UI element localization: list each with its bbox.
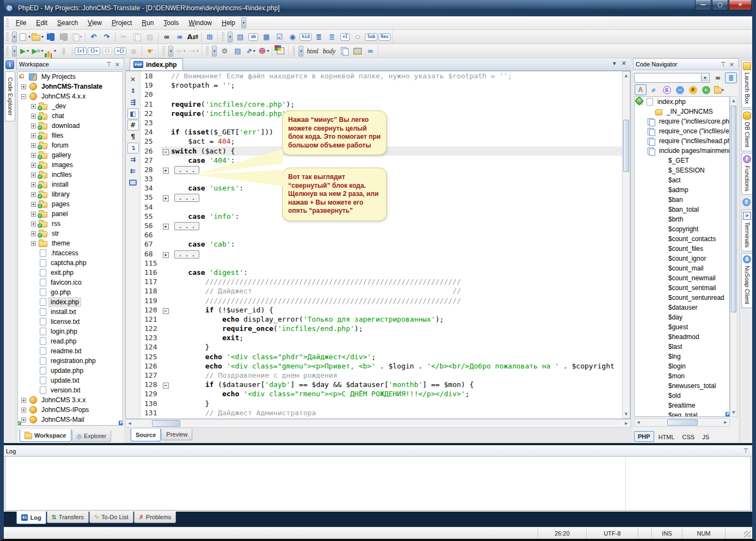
tree-item[interactable]: $count_ignor <box>635 254 729 263</box>
pause-button[interactable]: ‖ <box>58 45 70 57</box>
tree-item[interactable]: $login <box>635 361 729 371</box>
dock-tab-launch-box[interactable]: Launch Box <box>741 60 752 108</box>
tree-item[interactable]: +rss <box>18 219 123 229</box>
find-in-files-button[interactable]: ∞ <box>174 31 186 43</box>
tree-item[interactable]: update.php <box>18 366 123 376</box>
link-with-editor-icon[interactable]: ∞ <box>648 84 660 95</box>
tree-item[interactable]: +incfiles <box>18 170 123 180</box>
code-line[interactable]: 120− if (!$user_id) { <box>141 305 622 315</box>
tab-close-icon[interactable]: ✕ <box>621 60 626 66</box>
insert-image-button[interactable] <box>351 45 363 57</box>
help-icon[interactable]: ? <box>742 198 751 206</box>
step-over-button[interactable]: {}+ <box>88 45 100 57</box>
tree-item[interactable]: $ban_total <box>635 205 729 214</box>
tree-item[interactable]: $count_files <box>635 244 729 254</box>
collapsed-block[interactable]: . . . <box>174 250 199 259</box>
code-line[interactable]: 130 } <box>141 399 622 408</box>
scroll-right-icon[interactable]: ▶ <box>722 419 729 426</box>
tab-workspace[interactable]: Workspace <box>20 429 71 442</box>
expander-icon[interactable]: − <box>21 94 26 99</box>
menu-overflow-chevron[interactable]: ▾ <box>241 17 246 28</box>
code-explorer-tab[interactable]: Code Explorer <box>5 71 15 121</box>
line-numbers-icon[interactable]: # <box>127 120 139 131</box>
stop-button[interactable]: ● <box>127 45 139 57</box>
scroll-thumb[interactable] <box>152 420 180 427</box>
copy-special-button[interactable]: ▾ <box>71 31 83 43</box>
editor-vscrollbar[interactable]: ▲ ▼ <box>622 71 630 419</box>
tree-item[interactable]: +library <box>18 189 123 199</box>
tree-item[interactable]: +forum <box>18 140 123 150</box>
clipboard-button[interactable] <box>338 45 350 57</box>
tree-item[interactable]: +download <box>18 121 123 131</box>
code-line[interactable]: 128− if ($datauser['dayb'] == $day && $d… <box>141 380 622 389</box>
code-line[interactable]: 56+. . . <box>141 221 622 230</box>
navigator-hscrollbar[interactable]: ◀ ▶ <box>634 418 730 427</box>
pin-icon[interactable]: ⊤ <box>741 448 750 454</box>
goto-declaration-icon[interactable]: ▾ <box>713 84 725 95</box>
code-line[interactable]: 129 echo '<div class="rmenu"><p>С ДНЁМ Р… <box>141 389 622 398</box>
bookmark-margin-icon[interactable]: ◧ <box>127 108 139 119</box>
tree-item[interactable]: $admp <box>635 185 729 195</box>
code-line[interactable]: 131 // Дайджест Администратора <box>141 408 622 417</box>
navigator-vscrollbar[interactable]: ▲ ▼ <box>730 96 737 417</box>
tree-item[interactable]: $datauser <box>635 303 729 312</box>
code-line[interactable]: 66 <box>141 230 622 239</box>
step-in-button[interactable]: {+} <box>75 45 87 57</box>
fold-marker-icon[interactable]: + <box>163 168 169 174</box>
breakpoint-hand-button[interactable]: ☛ <box>144 45 156 57</box>
tree-item[interactable]: index.php <box>18 297 123 307</box>
save-all-button[interactable] <box>58 31 70 43</box>
doc-properties-button[interactable]: ▤ <box>231 45 243 57</box>
code-line[interactable]: 121 echo display_error('Только для зарег… <box>141 315 622 324</box>
insert-multilist-button[interactable]: ≣ <box>326 31 338 43</box>
tree-item[interactable]: require ("incfiles/core.php <box>635 116 729 126</box>
tree-item[interactable]: read.php <box>18 336 123 346</box>
run-debugger-button[interactable]: ▶D▾ <box>32 45 44 57</box>
code-line[interactable]: 67 case 'cab': <box>141 239 622 249</box>
navigator-view-toggle-icon[interactable]: ≣ <box>725 72 737 83</box>
tree-item[interactable]: $realtime <box>635 401 729 410</box>
tree-item[interactable]: _IN_JOHNCMS <box>635 107 729 116</box>
editor-hscrollbar[interactable]: ◀ ▶ <box>125 419 631 428</box>
tree-item[interactable]: $count_newmail <box>635 273 729 283</box>
forward-button[interactable]: →▾ <box>188 45 200 57</box>
tab-list-dropdown-icon[interactable]: ▾ <box>613 60 616 66</box>
fold-marker-icon[interactable]: + <box>163 195 169 201</box>
expander-icon[interactable]: + <box>31 124 36 128</box>
tree-item[interactable]: include pages/mainmenu. <box>635 146 729 156</box>
tree-item[interactable]: +JohnCMS-Translate <box>18 82 123 91</box>
log-tab-transfers[interactable]: ⇅Transfers <box>47 512 89 523</box>
dock-tab-db-client[interactable]: DB Client <box>741 109 752 151</box>
log-tab-problems[interactable]: ✗Problems <box>134 512 176 523</box>
tree-item[interactable]: +install <box>18 180 123 189</box>
code-line[interactable]: 117 ////////////////////////////////////… <box>141 277 622 286</box>
expander-icon[interactable]: + <box>31 153 36 158</box>
tree-item[interactable]: +gallery <box>18 150 123 160</box>
tree-item[interactable]: go.php <box>18 287 123 297</box>
export-button[interactable]: ⇗▾ <box>245 45 257 57</box>
navigator-tab-php[interactable]: PHP <box>634 431 654 442</box>
fold-marker-icon[interactable]: − <box>163 149 169 155</box>
code-line[interactable]: 119 ////////////////////////////////////… <box>141 296 622 305</box>
minimize-button[interactable]: — <box>695 0 711 10</box>
tree-item[interactable]: −index.php <box>635 97 729 107</box>
expander-icon[interactable]: + <box>21 408 26 413</box>
paste-button[interactable]: ▤ <box>144 31 156 43</box>
pin-icon[interactable]: ⊤ <box>105 62 113 67</box>
navigator-tab-css[interactable]: CSS <box>679 432 698 442</box>
menu-item[interactable]: Window <box>184 17 217 28</box>
expander-icon[interactable]: + <box>31 231 36 236</box>
navigator-tab-js[interactable]: JS <box>699 432 712 442</box>
editor-tab-source[interactable]: Source <box>131 429 161 441</box>
code-line[interactable]: 125 echo '<div class="phdr">Дайджест</di… <box>141 352 622 361</box>
tree-item[interactable]: $count_contacts <box>635 234 729 244</box>
code-line[interactable]: 21require('incfiles/core.php'); <box>141 100 622 109</box>
code-line[interactable]: 122 require_once('incfiles/end.php'); <box>141 324 622 333</box>
scroll-thumb[interactable] <box>623 120 629 172</box>
navigator-tab-html[interactable]: HTML <box>655 432 678 442</box>
code-line[interactable]: 124 } <box>141 342 622 352</box>
code-line[interactable]: 118 // Дайджест // <box>141 286 622 296</box>
new-file-button[interactable]: ▾ <box>19 31 31 43</box>
insert-input-button[interactable]: ×I <box>339 31 351 43</box>
code-line[interactable]: 126 echo '<div class="gmenu"><p>Привет, … <box>141 361 622 371</box>
